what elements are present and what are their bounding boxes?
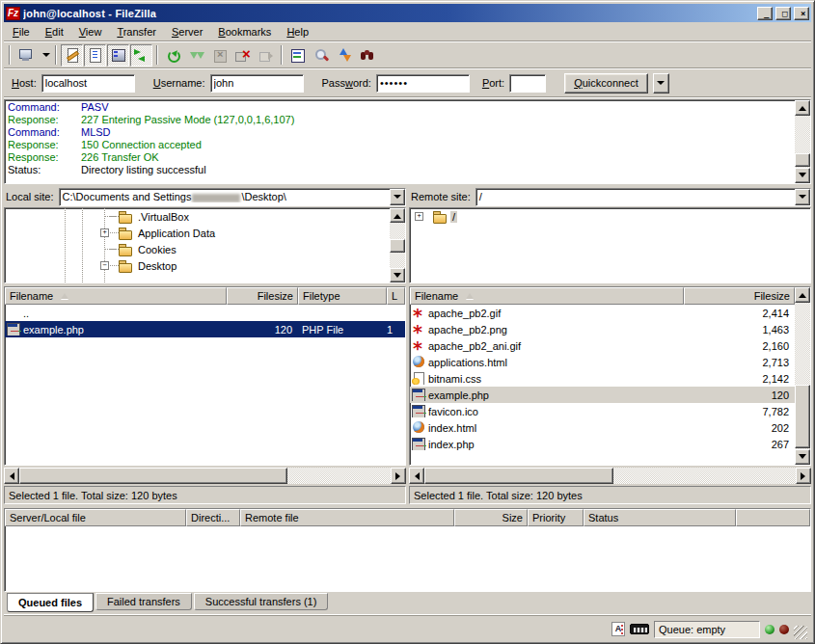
column-header-filename[interactable]: Filename [5, 287, 227, 305]
filter-button[interactable] [286, 44, 309, 67]
local-list-hscrollbar[interactable] [4, 468, 406, 484]
password-input[interactable] [376, 74, 470, 93]
site-manager-button[interactable] [14, 44, 37, 67]
tree-item-cookies[interactable]: Cookies [5, 241, 390, 257]
process-queue-button[interactable] [185, 44, 207, 67]
file-row-bitnami.css[interactable]: bitnami.css2,142 [410, 370, 795, 387]
scroll-down-button[interactable] [795, 168, 810, 183]
scroll-right-button[interactable] [796, 468, 811, 484]
file-row-..[interactable]: .. [5, 305, 405, 321]
disconnect-button[interactable] [231, 44, 254, 67]
speed-limits-icon[interactable] [630, 624, 649, 634]
message-log-scrollbar[interactable] [795, 100, 810, 183]
column-header-filetype[interactable]: Filetype [298, 287, 387, 305]
file-row-apache-pb2.png[interactable]: apache_pb2.png1,463 [410, 321, 795, 337]
column-header-size[interactable]: Size [454, 509, 528, 526]
column-header-filesize[interactable]: Filesize [684, 287, 795, 305]
quickconnect-dropdown[interactable] [653, 73, 669, 94]
local-tree-scrollbar[interactable] [390, 208, 405, 282]
toggle-local-tree-button[interactable] [84, 44, 106, 67]
file-row-favicon.ico[interactable]: favicon.ico7,782 [410, 403, 795, 419]
scrollbar-track[interactable] [795, 303, 810, 449]
file-row-applications.html[interactable]: applications.html2,713 [410, 354, 795, 370]
scroll-left-button[interactable] [4, 468, 19, 484]
file-row-example.php[interactable]: example.php120 [410, 387, 795, 403]
toggle-message-log-button[interactable] [61, 44, 83, 67]
site-manager-dropdown[interactable] [38, 44, 51, 67]
scrollbar-thumb[interactable] [390, 239, 405, 253]
username-input[interactable] [210, 74, 304, 93]
expand-icon[interactable]: + [100, 228, 109, 237]
scroll-up-button[interactable] [390, 208, 405, 223]
scroll-up-button[interactable] [795, 100, 810, 116]
column-header-lastmodified[interactable]: L [387, 287, 405, 305]
tree-item-desktop[interactable]: −Desktop [5, 257, 390, 274]
maximize-button[interactable]: □ [775, 7, 791, 20]
local-path-combo[interactable]: C:\Documents and Settings\Desktop\ [59, 188, 406, 206]
expand-icon[interactable]: + [415, 212, 423, 221]
file-row-index.php[interactable]: index.php267 [410, 436, 795, 452]
menu-server[interactable]: Server [164, 24, 210, 40]
scrollbar-thumb[interactable] [795, 153, 810, 167]
tree-item-application-data[interactable]: +Application Data [5, 225, 390, 241]
menu-bookmarks[interactable]: Bookmarks [210, 24, 279, 40]
minimize-button[interactable]: _ [757, 7, 773, 20]
tab-queued-files[interactable]: Queued files [7, 593, 94, 612]
column-header-filename[interactable]: Filename [410, 287, 684, 305]
host-input[interactable] [41, 74, 135, 93]
scrollbar-thumb[interactable] [424, 468, 613, 484]
synchronized-browsing-button[interactable] [333, 44, 355, 67]
remote-list-scrollbar[interactable] [795, 287, 810, 465]
remote-path-combo[interactable]: / [475, 188, 811, 206]
collapse-icon[interactable]: − [100, 261, 109, 270]
quickconnect-button[interactable]: Quickconnect [564, 73, 648, 94]
menu-transfer[interactable]: Transfer [109, 24, 164, 40]
column-header-priority[interactable]: Priority [528, 509, 584, 526]
port-input[interactable] [509, 74, 546, 93]
remote-path-dropdown[interactable] [795, 189, 810, 205]
scroll-right-button[interactable] [391, 468, 406, 484]
app-icon[interactable]: Fz [6, 7, 20, 20]
scrollbar-track[interactable] [424, 468, 796, 484]
refresh-button[interactable] [162, 44, 184, 67]
menu-help[interactable]: Help [279, 24, 316, 40]
column-header-direction[interactable]: Directi... [186, 509, 240, 526]
reconnect-button[interactable] [255, 44, 277, 67]
menu-view[interactable]: View [71, 24, 110, 40]
scrollbar-track[interactable] [390, 223, 405, 268]
directory-comparison-button[interactable] [310, 44, 332, 67]
cancel-operation-button[interactable] [208, 44, 231, 67]
scrollbar-track[interactable] [795, 116, 810, 168]
column-header-server-local-file[interactable]: Server/Local file [5, 509, 186, 526]
toggle-remote-tree-button[interactable] [107, 44, 129, 67]
local-path-dropdown[interactable] [390, 189, 405, 205]
menu-edit[interactable]: Edit [38, 24, 71, 40]
tab-failed-transfers[interactable]: Failed transfers [95, 593, 192, 610]
column-header-remote-file[interactable]: Remote file [240, 509, 454, 526]
file-row-index.html[interactable]: index.html202 [410, 419, 795, 436]
close-button[interactable]: × [794, 7, 809, 20]
tree-item-root[interactable]: +/ [410, 208, 810, 225]
scroll-down-button[interactable] [390, 268, 405, 282]
menu-file[interactable]: File [5, 24, 38, 40]
tab-successful-transfers-1-[interactable]: Successful transfers (1) [194, 593, 329, 610]
resize-grip-icon[interactable] [794, 626, 807, 639]
column-header-filesize[interactable]: Filesize [227, 287, 298, 305]
scrollbar-thumb[interactable] [19, 468, 287, 484]
tree-item--virtualbox[interactable]: .VirtualBox [5, 208, 390, 225]
scrollbar-thumb[interactable] [795, 385, 810, 448]
file-row-apache-pb2.gif[interactable]: apache_pb2.gif2,414 [410, 305, 795, 321]
file-row-apache-pb2-ani.gif[interactable]: apache_pb2_ani.gif2,160 [410, 337, 795, 354]
scroll-down-button[interactable] [795, 449, 810, 465]
scrollbar-track[interactable] [19, 468, 391, 484]
scroll-left-button[interactable] [409, 468, 424, 484]
remote-list-hscrollbar[interactable] [409, 468, 811, 484]
find-files-button[interactable] [356, 44, 378, 67]
titlebar: Fz john@localhost - FileZilla _ □ × [4, 4, 811, 22]
file-row-example.php[interactable]: example.php120PHP File1 [5, 321, 405, 337]
sort-ascending-icon [466, 293, 474, 299]
scroll-up-button[interactable] [795, 287, 810, 303]
column-header-status[interactable]: Status [584, 509, 736, 526]
toggle-queue-button[interactable] [130, 44, 152, 67]
transfer-type-icon[interactable]: A [611, 622, 625, 636]
